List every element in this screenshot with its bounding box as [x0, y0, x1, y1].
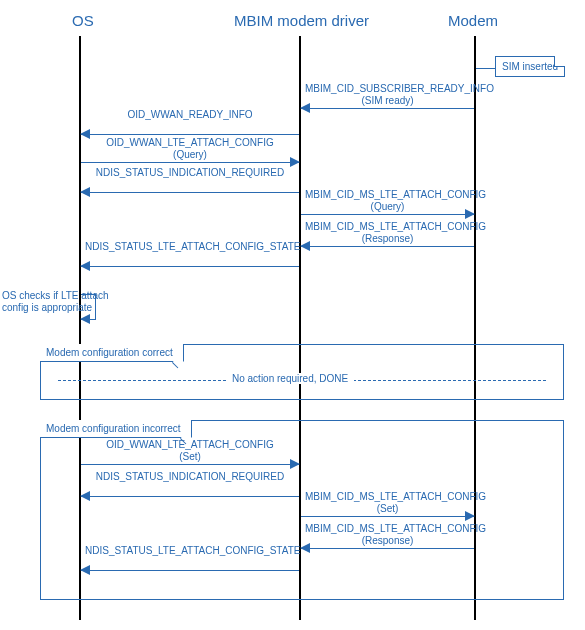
msg-label: OID_WWAN_LTE_ATTACH_CONFIG: [85, 439, 295, 451]
msg-label-sub: (Set): [305, 503, 470, 515]
msg-label: MBIM_CID_MS_LTE_ATTACH_CONFIG: [305, 221, 470, 233]
msg-ndis-indication-required-2: NDIS_STATUS_INDICATION_REQUIRED: [81, 484, 299, 485]
msg-label: NDIS_STATUS_INDICATION_REQUIRED: [96, 167, 284, 178]
msg-label-sub: (Set): [85, 451, 295, 463]
msg-mbim-lte-attach-query: MBIM_CID_MS_LTE_ATTACH_CONFIG (Query): [301, 202, 474, 203]
msg-mbim-lte-attach-response: MBIM_CID_MS_LTE_ATTACH_CONFIG (Response): [301, 234, 474, 235]
msg-label: OID_WWAN_LTE_ATTACH_CONFIG: [85, 137, 295, 149]
participant-os-label: OS: [72, 12, 94, 29]
msg-label-sub: (Response): [305, 233, 470, 245]
msg-label-sub: (Query): [305, 201, 470, 213]
msg-mbim-lte-attach-set: MBIM_CID_MS_LTE_ATTACH_CONFIG (Set): [301, 504, 474, 505]
participant-driver-label: MBIM modem driver: [234, 12, 369, 29]
msg-subscriber-ready-info: MBIM_CID_SUBSCRIBER_READY_INFO (SIM read…: [301, 96, 474, 97]
note-connector: [476, 68, 495, 69]
msg-oid-lte-attach-query: OID_WWAN_LTE_ATTACH_CONFIG (Query): [81, 150, 299, 151]
group-config-correct-label: Modem configuration correct: [40, 344, 184, 362]
msg-label: MBIM_CID_SUBSCRIBER_READY_INFO: [305, 83, 470, 95]
msg-label: NDIS_STATUS_INDICATION_REQUIRED: [96, 471, 284, 482]
msg-label: MBIM_CID_MS_LTE_ATTACH_CONFIG: [305, 491, 470, 503]
msg-mbim-lte-attach-response-2: MBIM_CID_MS_LTE_ATTACH_CONFIG (Response): [301, 536, 474, 537]
msg-label: OID_WWAN_READY_INFO: [127, 109, 252, 120]
msg-label: NDIS_STATUS_LTE_ATTACH_CONFIG_STATE: [85, 545, 300, 556]
participant-modem-label: Modem: [448, 12, 498, 29]
msg-label: MBIM_CID_MS_LTE_ATTACH_CONFIG: [305, 189, 470, 201]
msg-label: NDIS_STATUS_LTE_ATTACH_CONFIG_STATE: [85, 241, 300, 252]
msg-ndis-lte-attach-state-2: NDIS_STATUS_LTE_ATTACH_CONFIG_STATE: [81, 558, 299, 559]
msg-label-sub: (Query): [85, 149, 295, 161]
group-config-incorrect-label: Modem configuration incorrect: [40, 420, 192, 438]
group-config-correct: Modem configuration correct: [40, 344, 564, 400]
self-arrow-os-check: [81, 294, 96, 320]
note-sim-inserted-text: SIM inserted: [502, 61, 558, 72]
msg-label-sub: (Response): [305, 535, 470, 547]
divider-done-text: No action required, DONE: [226, 373, 354, 384]
msg-label-sub: (SIM ready): [305, 95, 470, 107]
msg-ndis-lte-attach-state: NDIS_STATUS_LTE_ATTACH_CONFIG_STATE: [81, 254, 299, 255]
msg-ndis-indication-required: NDIS_STATUS_INDICATION_REQUIRED: [81, 180, 299, 181]
note-sim-inserted: SIM inserted: [495, 56, 565, 77]
msg-oid-lte-attach-set: OID_WWAN_LTE_ATTACH_CONFIG (Set): [81, 452, 299, 453]
msg-label: MBIM_CID_MS_LTE_ATTACH_CONFIG: [305, 523, 470, 535]
msg-oid-ready-info: OID_WWAN_READY_INFO: [81, 122, 299, 123]
